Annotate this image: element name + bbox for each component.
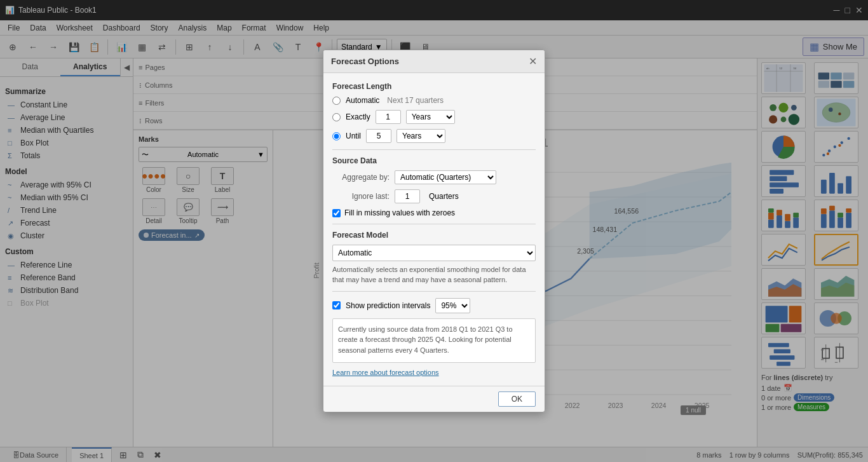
- source-data-title: Source Data: [332, 156, 536, 165]
- prediction-label: Show prediction intervals: [346, 301, 430, 310]
- forecast-model-title: Forecast Model: [332, 231, 536, 240]
- radio-automatic-row: Automatic Next 17 quarters: [332, 96, 536, 105]
- radio-exactly[interactable]: [332, 113, 341, 121]
- prediction-row: Show prediction intervals 95% 90% 80%: [332, 298, 536, 313]
- divider-1: [332, 149, 536, 150]
- fill-missing-checkbox[interactable]: [332, 209, 341, 217]
- automatic-value: Next 17 quarters: [387, 96, 444, 105]
- quarters-label: Quarters: [429, 192, 459, 201]
- dialog-close-btn[interactable]: ✕: [529, 55, 537, 67]
- ignore-last-row: Ignore last: Quarters: [332, 189, 536, 203]
- dialog-title-bar: Forecast Options ✕: [323, 50, 545, 73]
- forecast-length-title: Forecast Length: [332, 82, 536, 91]
- aggregate-by-select[interactable]: Automatic (Quarters) Automatic (Months) …: [395, 170, 496, 184]
- automatic-label: Automatic: [346, 96, 379, 105]
- model-description: Automatically selects an exponential smo…: [332, 265, 536, 285]
- divider-3: [332, 291, 536, 292]
- exactly-unit-select[interactable]: Years Quarters Months: [406, 110, 455, 124]
- aggregate-by-row: Aggregate by: Automatic (Quarters) Autom…: [332, 170, 536, 184]
- until-label: Until: [346, 132, 361, 140]
- aggregate-by-label: Aggregate by:: [332, 173, 390, 182]
- radio-until-row: Until Years Quarters Months: [332, 129, 536, 143]
- exactly-label: Exactly: [346, 112, 370, 121]
- forecast-dialog: Forecast Options ✕ Forecast Length Autom…: [323, 50, 545, 412]
- divider-2: [332, 224, 536, 224]
- prediction-select[interactable]: 95% 90% 80%: [435, 298, 470, 313]
- dialog-body: Forecast Length Automatic Next 17 quarte…: [323, 73, 545, 386]
- learn-more-link[interactable]: Learn more about forecast options: [332, 369, 439, 376]
- until-num-input[interactable]: [366, 129, 391, 143]
- fill-missing-row: Fill in missing values with zeroes: [332, 208, 536, 217]
- modal-overlay: Forecast Options ✕ Forecast Length Autom…: [0, 0, 868, 462]
- exactly-num-input[interactable]: [376, 110, 401, 124]
- fill-missing-label: Fill in missing values with zeroes: [344, 208, 455, 217]
- prediction-checkbox[interactable]: [332, 301, 341, 309]
- model-select[interactable]: Automatic Custom: [332, 245, 536, 261]
- forecast-info-box: Currently using source data from 2018 Q1…: [332, 318, 536, 363]
- until-unit-select[interactable]: Years Quarters Months: [397, 129, 445, 143]
- ignore-last-label: Ignore last:: [332, 192, 390, 201]
- ok-button[interactable]: OK: [498, 391, 536, 407]
- radio-automatic[interactable]: [332, 97, 341, 105]
- radio-exactly-row: Exactly Years Quarters Months: [332, 110, 536, 124]
- radio-until[interactable]: [332, 132, 341, 140]
- dialog-title: Forecast Options: [331, 57, 399, 66]
- dialog-footer: OK: [323, 386, 545, 412]
- ignore-last-input[interactable]: [395, 189, 420, 203]
